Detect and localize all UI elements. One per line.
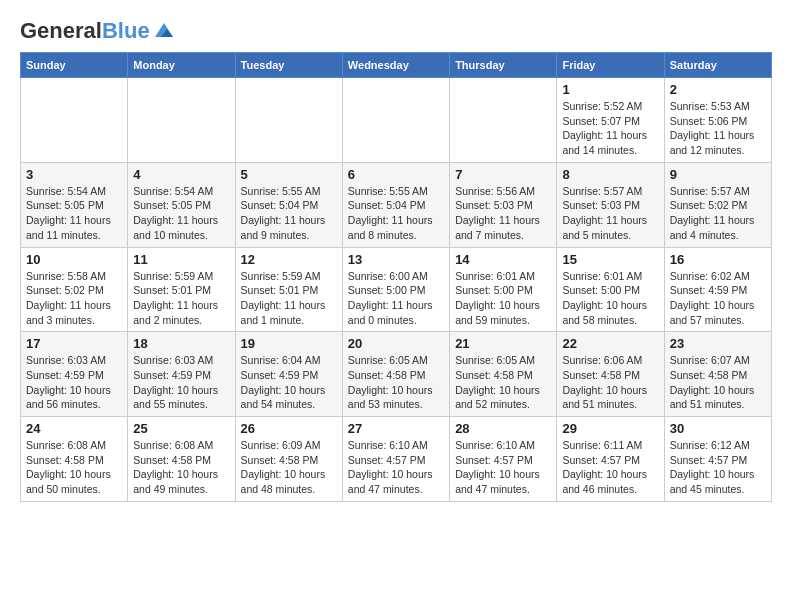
calendar-week-row: 3Sunrise: 5:54 AM Sunset: 5:05 PM Daylig… <box>21 162 772 247</box>
day-number: 26 <box>241 421 337 436</box>
day-detail: Sunrise: 6:08 AM Sunset: 4:58 PM Dayligh… <box>26 438 122 497</box>
page-header: GeneralBlue <box>20 20 772 42</box>
day-number: 7 <box>455 167 551 182</box>
calendar-cell: 13Sunrise: 6:00 AM Sunset: 5:00 PM Dayli… <box>342 247 449 332</box>
calendar-cell: 29Sunrise: 6:11 AM Sunset: 4:57 PM Dayli… <box>557 417 664 502</box>
calendar-cell: 23Sunrise: 6:07 AM Sunset: 4:58 PM Dayli… <box>664 332 771 417</box>
day-detail: Sunrise: 5:57 AM Sunset: 5:03 PM Dayligh… <box>562 184 658 243</box>
calendar-cell: 26Sunrise: 6:09 AM Sunset: 4:58 PM Dayli… <box>235 417 342 502</box>
day-detail: Sunrise: 5:57 AM Sunset: 5:02 PM Dayligh… <box>670 184 766 243</box>
day-number: 14 <box>455 252 551 267</box>
day-number: 3 <box>26 167 122 182</box>
calendar-body: 1Sunrise: 5:52 AM Sunset: 5:07 PM Daylig… <box>21 78 772 502</box>
calendar-cell: 12Sunrise: 5:59 AM Sunset: 5:01 PM Dayli… <box>235 247 342 332</box>
day-number: 9 <box>670 167 766 182</box>
day-number: 28 <box>455 421 551 436</box>
calendar-cell: 3Sunrise: 5:54 AM Sunset: 5:05 PM Daylig… <box>21 162 128 247</box>
weekday-header-monday: Monday <box>128 53 235 78</box>
day-detail: Sunrise: 6:10 AM Sunset: 4:57 PM Dayligh… <box>455 438 551 497</box>
calendar-cell: 5Sunrise: 5:55 AM Sunset: 5:04 PM Daylig… <box>235 162 342 247</box>
calendar-week-row: 17Sunrise: 6:03 AM Sunset: 4:59 PM Dayli… <box>21 332 772 417</box>
calendar-cell: 19Sunrise: 6:04 AM Sunset: 4:59 PM Dayli… <box>235 332 342 417</box>
day-number: 8 <box>562 167 658 182</box>
day-number: 23 <box>670 336 766 351</box>
calendar-cell: 14Sunrise: 6:01 AM Sunset: 5:00 PM Dayli… <box>450 247 557 332</box>
day-number: 12 <box>241 252 337 267</box>
weekday-header-friday: Friday <box>557 53 664 78</box>
calendar-cell: 6Sunrise: 5:55 AM Sunset: 5:04 PM Daylig… <box>342 162 449 247</box>
calendar-cell: 24Sunrise: 6:08 AM Sunset: 4:58 PM Dayli… <box>21 417 128 502</box>
calendar-cell: 1Sunrise: 5:52 AM Sunset: 5:07 PM Daylig… <box>557 78 664 163</box>
day-detail: Sunrise: 6:09 AM Sunset: 4:58 PM Dayligh… <box>241 438 337 497</box>
day-detail: Sunrise: 6:05 AM Sunset: 4:58 PM Dayligh… <box>348 353 444 412</box>
day-number: 5 <box>241 167 337 182</box>
day-detail: Sunrise: 6:10 AM Sunset: 4:57 PM Dayligh… <box>348 438 444 497</box>
day-number: 6 <box>348 167 444 182</box>
calendar-cell: 27Sunrise: 6:10 AM Sunset: 4:57 PM Dayli… <box>342 417 449 502</box>
weekday-header-sunday: Sunday <box>21 53 128 78</box>
day-detail: Sunrise: 6:08 AM Sunset: 4:58 PM Dayligh… <box>133 438 229 497</box>
day-detail: Sunrise: 5:56 AM Sunset: 5:03 PM Dayligh… <box>455 184 551 243</box>
calendar-table: SundayMondayTuesdayWednesdayThursdayFrid… <box>20 52 772 502</box>
day-detail: Sunrise: 5:59 AM Sunset: 5:01 PM Dayligh… <box>241 269 337 328</box>
logo-text: GeneralBlue <box>20 20 150 42</box>
day-detail: Sunrise: 6:12 AM Sunset: 4:57 PM Dayligh… <box>670 438 766 497</box>
day-detail: Sunrise: 6:05 AM Sunset: 4:58 PM Dayligh… <box>455 353 551 412</box>
calendar-cell: 10Sunrise: 5:58 AM Sunset: 5:02 PM Dayli… <box>21 247 128 332</box>
day-detail: Sunrise: 5:54 AM Sunset: 5:05 PM Dayligh… <box>26 184 122 243</box>
day-number: 21 <box>455 336 551 351</box>
day-number: 22 <box>562 336 658 351</box>
calendar-cell: 4Sunrise: 5:54 AM Sunset: 5:05 PM Daylig… <box>128 162 235 247</box>
calendar-cell: 22Sunrise: 6:06 AM Sunset: 4:58 PM Dayli… <box>557 332 664 417</box>
day-detail: Sunrise: 5:53 AM Sunset: 5:06 PM Dayligh… <box>670 99 766 158</box>
calendar-cell: 15Sunrise: 6:01 AM Sunset: 5:00 PM Dayli… <box>557 247 664 332</box>
calendar-cell: 20Sunrise: 6:05 AM Sunset: 4:58 PM Dayli… <box>342 332 449 417</box>
calendar-cell: 18Sunrise: 6:03 AM Sunset: 4:59 PM Dayli… <box>128 332 235 417</box>
day-number: 19 <box>241 336 337 351</box>
calendar-cell: 16Sunrise: 6:02 AM Sunset: 4:59 PM Dayli… <box>664 247 771 332</box>
calendar-cell: 9Sunrise: 5:57 AM Sunset: 5:02 PM Daylig… <box>664 162 771 247</box>
day-number: 1 <box>562 82 658 97</box>
calendar-cell: 8Sunrise: 5:57 AM Sunset: 5:03 PM Daylig… <box>557 162 664 247</box>
day-number: 30 <box>670 421 766 436</box>
day-detail: Sunrise: 5:54 AM Sunset: 5:05 PM Dayligh… <box>133 184 229 243</box>
day-detail: Sunrise: 6:02 AM Sunset: 4:59 PM Dayligh… <box>670 269 766 328</box>
calendar-cell: 11Sunrise: 5:59 AM Sunset: 5:01 PM Dayli… <box>128 247 235 332</box>
logo-icon <box>153 19 175 41</box>
calendar-week-row: 24Sunrise: 6:08 AM Sunset: 4:58 PM Dayli… <box>21 417 772 502</box>
weekday-header-wednesday: Wednesday <box>342 53 449 78</box>
day-detail: Sunrise: 5:58 AM Sunset: 5:02 PM Dayligh… <box>26 269 122 328</box>
day-number: 11 <box>133 252 229 267</box>
day-number: 29 <box>562 421 658 436</box>
weekday-header-thursday: Thursday <box>450 53 557 78</box>
calendar-cell <box>128 78 235 163</box>
day-detail: Sunrise: 6:03 AM Sunset: 4:59 PM Dayligh… <box>26 353 122 412</box>
calendar-week-row: 1Sunrise: 5:52 AM Sunset: 5:07 PM Daylig… <box>21 78 772 163</box>
day-detail: Sunrise: 5:55 AM Sunset: 5:04 PM Dayligh… <box>348 184 444 243</box>
day-number: 10 <box>26 252 122 267</box>
day-number: 15 <box>562 252 658 267</box>
day-number: 13 <box>348 252 444 267</box>
calendar-cell: 7Sunrise: 5:56 AM Sunset: 5:03 PM Daylig… <box>450 162 557 247</box>
day-detail: Sunrise: 6:07 AM Sunset: 4:58 PM Dayligh… <box>670 353 766 412</box>
day-detail: Sunrise: 6:11 AM Sunset: 4:57 PM Dayligh… <box>562 438 658 497</box>
day-detail: Sunrise: 5:55 AM Sunset: 5:04 PM Dayligh… <box>241 184 337 243</box>
day-number: 4 <box>133 167 229 182</box>
day-detail: Sunrise: 6:06 AM Sunset: 4:58 PM Dayligh… <box>562 353 658 412</box>
calendar-week-row: 10Sunrise: 5:58 AM Sunset: 5:02 PM Dayli… <box>21 247 772 332</box>
day-number: 17 <box>26 336 122 351</box>
day-number: 27 <box>348 421 444 436</box>
calendar-cell: 28Sunrise: 6:10 AM Sunset: 4:57 PM Dayli… <box>450 417 557 502</box>
day-detail: Sunrise: 6:01 AM Sunset: 5:00 PM Dayligh… <box>562 269 658 328</box>
logo: GeneralBlue <box>20 20 175 42</box>
weekday-header-tuesday: Tuesday <box>235 53 342 78</box>
calendar-cell <box>342 78 449 163</box>
day-number: 24 <box>26 421 122 436</box>
day-number: 2 <box>670 82 766 97</box>
calendar-cell: 30Sunrise: 6:12 AM Sunset: 4:57 PM Dayli… <box>664 417 771 502</box>
weekday-header-row: SundayMondayTuesdayWednesdayThursdayFrid… <box>21 53 772 78</box>
calendar-cell: 2Sunrise: 5:53 AM Sunset: 5:06 PM Daylig… <box>664 78 771 163</box>
day-detail: Sunrise: 6:01 AM Sunset: 5:00 PM Dayligh… <box>455 269 551 328</box>
calendar-cell <box>450 78 557 163</box>
day-detail: Sunrise: 6:00 AM Sunset: 5:00 PM Dayligh… <box>348 269 444 328</box>
